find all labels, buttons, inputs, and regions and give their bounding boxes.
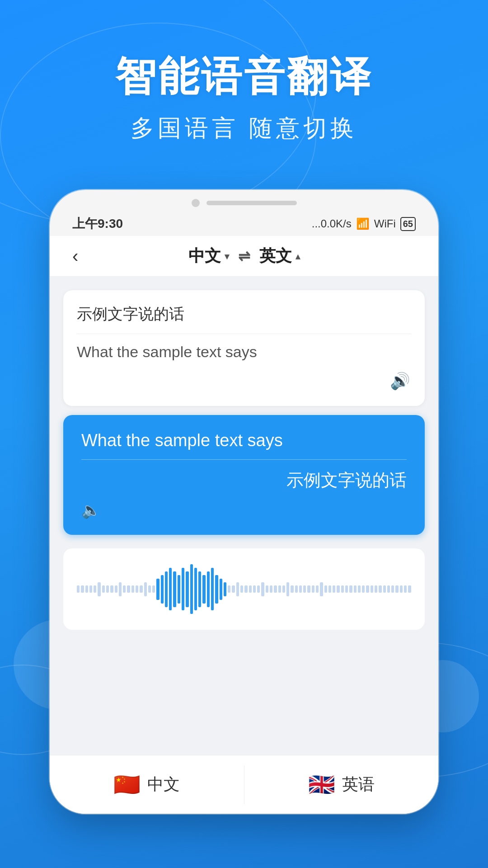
battery-indicator: 65 (400, 217, 416, 231)
swap-languages-icon[interactable]: ⇌ (238, 248, 250, 265)
waveform-bar (379, 585, 381, 593)
status-time: 上午9:30 (72, 215, 123, 232)
waveform-bar (178, 575, 180, 604)
chinese-tab-label: 中文 (147, 774, 180, 796)
waveform-bar (375, 585, 377, 593)
waveform-bar (207, 571, 210, 607)
waveform-bar (249, 585, 252, 593)
main-title: 智能语音翻译 (0, 54, 488, 99)
waveform-bar (354, 585, 357, 593)
waveform-bar (173, 571, 176, 607)
waveform-bar (110, 585, 113, 593)
waveform-bar (240, 585, 243, 593)
result-chinese-text: 示例文字说的话 (81, 469, 407, 492)
wifi-icon: WiFi (374, 217, 396, 230)
waveform-bar (383, 585, 386, 593)
waveform-bar (190, 564, 193, 614)
result-card: What the sample text says 示例文字说的话 🔈 (63, 415, 425, 535)
waveform-bar (169, 568, 172, 610)
tab-chinese[interactable]: 🇨🇳 中文 (50, 765, 244, 804)
signal-icon: 📶 (356, 217, 370, 230)
waveform-bar (148, 585, 151, 593)
status-right-icons: ...0.0K/s 📶 WiFi 65 (312, 217, 416, 231)
source-language-selector[interactable]: 中文 ▾ (188, 245, 229, 267)
waveform-bar (194, 568, 197, 610)
back-button[interactable]: ‹ (72, 246, 78, 266)
waveform-bar (85, 585, 88, 593)
waveform-bar (102, 585, 105, 593)
waveform-bar (144, 582, 147, 596)
phone-top (50, 190, 438, 212)
result-speaker-icon[interactable]: 🔈 (81, 501, 407, 519)
phone-mockup: 上午9:30 ...0.0K/s 📶 WiFi 65 ‹ 中文 ▾ ⇌ 英文 ▴ (50, 190, 438, 814)
source-text: 示例文字说的话 (77, 304, 411, 334)
waveform-bar (341, 585, 344, 593)
waveform-bar (404, 585, 407, 593)
waveform-area (63, 548, 425, 630)
waveform-bar (303, 585, 306, 593)
waveform-bar (115, 585, 117, 593)
waveform-bar (299, 585, 302, 593)
waveform-bar (295, 585, 298, 593)
language-selector: 中文 ▾ ⇌ 英文 ▴ (188, 245, 300, 267)
waveform-bar (119, 582, 122, 596)
waveform-bar (123, 585, 126, 593)
waveform-bar (362, 585, 365, 593)
waveform-bar (236, 582, 239, 596)
waveform-bar (282, 585, 285, 593)
waveform-bar (182, 568, 184, 610)
waveform-bar (395, 585, 398, 593)
waveform-bar (316, 585, 319, 593)
waveform-bar (98, 582, 100, 596)
waveform-bar (387, 585, 390, 593)
waveform-bar (291, 585, 293, 593)
waveform-bar (198, 571, 201, 607)
waveform-bar (165, 571, 168, 607)
waveform-bar (77, 585, 80, 593)
waveform-bar (131, 585, 134, 593)
waveform-bar (358, 585, 361, 593)
main-content: 示例文字说的话 What the sample text says 🔊 What… (50, 277, 438, 810)
waveform-bar (127, 585, 130, 593)
waveform-bar (261, 582, 264, 596)
waveform-bar (266, 585, 268, 593)
waveform-bar (106, 585, 109, 593)
network-speed: ...0.0K/s (312, 217, 352, 230)
waveform-bar (278, 585, 281, 593)
waveform-bar (202, 575, 205, 604)
waveform-bar (244, 585, 247, 593)
waveform-bar (324, 585, 327, 593)
speaker-bar (206, 201, 297, 205)
waveform-bar (224, 582, 226, 596)
waveform-bar (391, 585, 394, 593)
waveform-bar (232, 585, 235, 593)
target-language-label: 英文 (259, 245, 292, 267)
waveform-bar (152, 585, 155, 593)
waveform-bar (337, 585, 339, 593)
waveform-bar (136, 585, 138, 593)
waveform-bar (253, 585, 256, 593)
play-translation-button[interactable]: 🔊 (389, 370, 411, 392)
waveform-bar (94, 585, 96, 593)
waveform-bar (140, 585, 142, 593)
english-tab-label: 英语 (342, 774, 375, 796)
waveform-bar (366, 585, 369, 593)
chinese-flag-icon: 🇨🇳 (113, 772, 141, 797)
sub-title: 多国语言 随意切换 (0, 113, 488, 144)
source-language-label: 中文 (188, 245, 221, 267)
waveform-bar (161, 575, 164, 604)
waveform-bar (228, 585, 230, 593)
nav-bar: ‹ 中文 ▾ ⇌ 英文 ▴ (50, 236, 438, 277)
translation-input-card: 示例文字说的话 What the sample text says 🔊 (63, 290, 425, 406)
waveform-bar (257, 585, 260, 593)
waveform-bar (274, 585, 277, 593)
tab-english[interactable]: 🇬🇧 英语 (244, 765, 439, 804)
target-language-selector[interactable]: 英文 ▴ (259, 245, 300, 267)
battery-level: 65 (403, 219, 413, 229)
status-bar: 上午9:30 ...0.0K/s 📶 WiFi 65 (50, 212, 438, 236)
waveform-bar (89, 585, 92, 593)
waveform-bar (211, 568, 214, 610)
speaker-dot (192, 199, 200, 207)
waveform-bar (349, 585, 352, 593)
speaker-icon: 🔊 (390, 372, 410, 391)
